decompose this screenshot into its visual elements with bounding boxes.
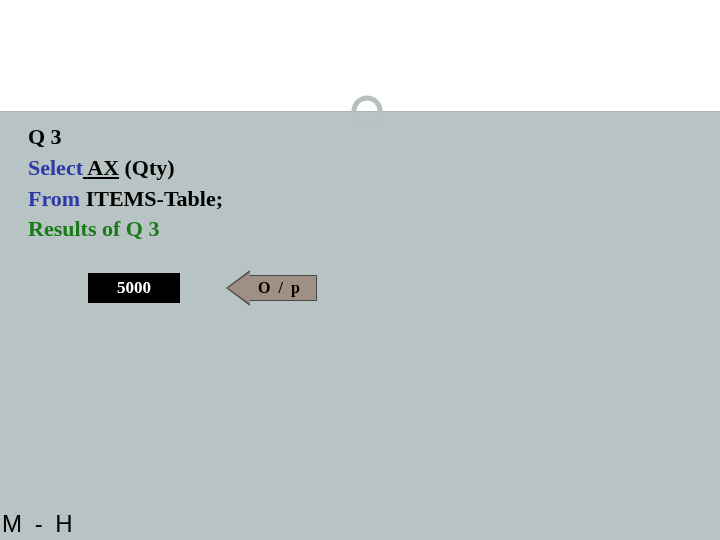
select-keyword: Select [28, 155, 83, 180]
result-row: 5000 O / p [88, 270, 317, 306]
select-function: AX [87, 155, 119, 180]
results-label: Results of Q 3 [28, 214, 700, 245]
output-label: O / p [250, 275, 317, 301]
query-block: Q 3 Select AX (Qty) From ITEMS-Table; Re… [28, 122, 700, 245]
from-rest: ITEMS-Table; [80, 186, 223, 211]
svg-point-0 [354, 98, 380, 124]
query-from: From ITEMS-Table; [28, 184, 700, 215]
query-title: Q 3 [28, 122, 700, 153]
slide: Q 3 Select AX (Qty) From ITEMS-Table; Re… [0, 0, 720, 540]
from-keyword: From [28, 186, 80, 211]
query-select: Select AX (Qty) [28, 153, 700, 184]
arrow-left-icon [226, 270, 250, 306]
footer-label: M - H [2, 510, 76, 538]
result-value: 5000 [88, 273, 180, 303]
select-argument: (Qty) [119, 155, 175, 180]
output-arrow: O / p [226, 270, 317, 306]
